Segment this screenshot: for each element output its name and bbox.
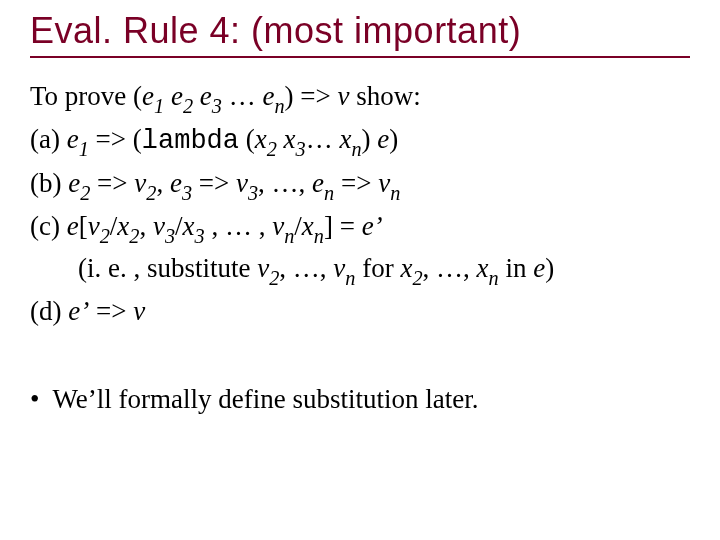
slide: Eval. Rule 4: (most important) To prove …	[0, 0, 720, 540]
rule-a: (a) e1 => (lambda (x2 x3… xn) e)	[30, 119, 690, 162]
rule-c: (c) e[v2/x2, v3/x3 , … , vn/xn] = e’	[30, 206, 690, 247]
slide-body: To prove (e1 e2 e3 … en) => v show: (a) …	[30, 76, 690, 420]
rule-b: (b) e2 => v2, e3 => v3, …, en => vn	[30, 163, 690, 204]
rule-c-note: (i. e. , substitute v2, …, vn for x2, …,…	[78, 248, 690, 289]
intro-line: To prove (e1 e2 e3 … en) => v show:	[30, 76, 690, 117]
rule-d: (d) e’ => v	[30, 291, 690, 332]
bullet-note: • We’ll formally define substitution lat…	[30, 379, 690, 420]
slide-title: Eval. Rule 4: (most important)	[30, 10, 690, 58]
